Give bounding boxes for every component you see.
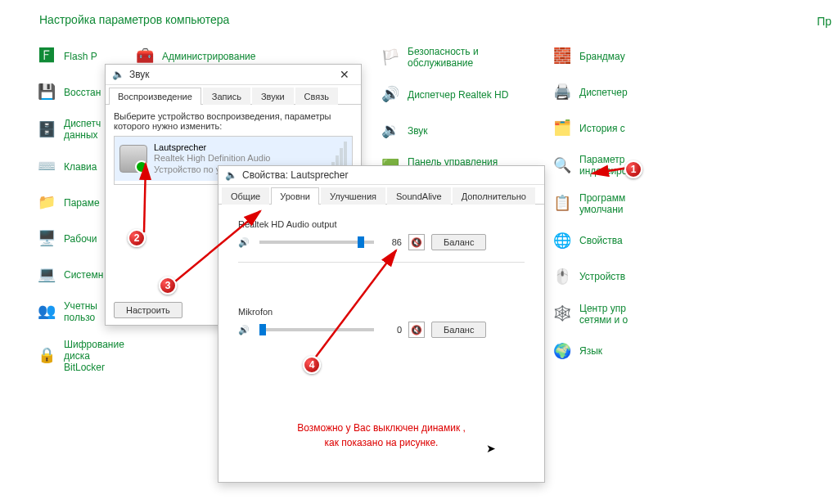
pointer-cursor-icon: ➤ xyxy=(486,442,496,455)
cp-item-network[interactable]: 🕸️Центр упр сетями и о xyxy=(552,298,674,331)
tab-sounds[interactable]: Звуки xyxy=(252,88,294,105)
speaker-icon: 🔊 xyxy=(380,84,401,106)
cp-label: Flash P xyxy=(64,51,97,62)
cp-item-default[interactable]: 📋Программ умолчани xyxy=(552,187,674,221)
browser-icon: 🌐 xyxy=(552,231,573,252)
system-icon: 💻 xyxy=(36,264,57,286)
cp-label: Системн xyxy=(64,269,103,281)
folder-icon: 📁 xyxy=(36,192,57,214)
cp-item-devices[interactable]: 🖱️Устройств xyxy=(552,262,674,293)
firewall-icon: 🧱 xyxy=(552,46,573,67)
properties-dialog: 🔈 Свойства: Lautsprecher Общие Уровни Ул… xyxy=(218,165,545,483)
cp-label: Параметр индексиро xyxy=(579,154,627,178)
cp-label: Центр упр сетями и о xyxy=(579,303,628,326)
tab-advanced[interactable]: Дополнительно xyxy=(453,187,535,205)
output-slider[interactable] xyxy=(259,241,374,244)
taskbar-icon: 🖥️ xyxy=(36,228,57,250)
cp-item-browser[interactable]: 🌐Свойства xyxy=(552,226,674,257)
storage-icon: 🗄️ xyxy=(36,119,57,140)
tab-enhancements[interactable]: Улучшения xyxy=(321,187,385,205)
output-mute-button[interactable]: 🔇 xyxy=(408,234,425,250)
cp-label: Клавиа xyxy=(64,161,97,173)
sound-dialog-title: Звук xyxy=(129,69,150,80)
mic-label: Mikrofon xyxy=(238,307,525,317)
cp-label: Шифрование диска BitLocker xyxy=(64,339,134,374)
configure-button[interactable]: Настроить xyxy=(114,302,182,318)
cp-item-devmgr[interactable]: 🖨️Диспетчер xyxy=(552,77,674,108)
cp-label: Брандмау xyxy=(579,51,625,62)
badge-2: 2 xyxy=(128,229,146,247)
device-icon xyxy=(119,145,147,173)
props-tabs: Общие Уровни Улучшения SoundAlive Дополн… xyxy=(219,187,544,205)
default-icon: 📋 xyxy=(552,193,573,214)
mic-balance-button[interactable]: Баланс xyxy=(431,322,486,338)
playback-hint: Выберите устройство воспроизведения, пар… xyxy=(114,111,353,131)
badge-1: 1 xyxy=(624,160,642,178)
cp-label: Свойства xyxy=(579,235,623,246)
cp-label: Восстан xyxy=(64,87,101,98)
cp-item-index[interactable]: 🔍Параметр индексиро xyxy=(552,149,674,182)
tab-communications[interactable]: Связь xyxy=(295,88,338,105)
slider-icon: 🔊 xyxy=(238,325,250,335)
sound-dialog-titlebar[interactable]: 🔈 Звук ✕ xyxy=(106,65,361,85)
sound-tabs: Воспроизведение Запись Звуки Связь xyxy=(106,87,361,105)
speaker-small-icon: 🔈 xyxy=(225,169,237,181)
flag-icon: 🏳️ xyxy=(380,47,401,68)
network-icon: 🕸️ xyxy=(552,304,573,325)
cp-label: Язык xyxy=(579,345,602,357)
cp-label: Учетны пользо xyxy=(64,300,97,324)
cp-col-4: 🧱Брандмау 🖨️Диспетчер 🗂️История с 🔍Парам… xyxy=(552,41,674,379)
devices-icon: 🖱️ xyxy=(552,267,573,288)
cp-label: Безопасность и обслуживание xyxy=(408,46,479,70)
mic-group: Mikrofon 🔊 0 🔇 Баланс xyxy=(238,307,525,349)
tab-playback[interactable]: Воспроизведение xyxy=(109,88,201,105)
device-name: Lautsprecher xyxy=(154,142,270,153)
device-detail: Realtek High Definition Audio xyxy=(154,153,270,164)
badge-3: 3 xyxy=(159,277,177,295)
mic-mute-button[interactable]: 🔇 xyxy=(408,322,425,338)
cp-item-bitlocker[interactable]: 🔒Шифрование диска BitLocker xyxy=(36,334,134,379)
cp-item-history[interactable]: 🗂️История с xyxy=(552,113,674,144)
cp-label: Звук xyxy=(408,125,428,137)
props-title: Свойства: Lautsprecher xyxy=(242,169,348,181)
tab-general[interactable]: Общие xyxy=(222,187,269,205)
sound-icon: 🔉 xyxy=(380,120,401,142)
history-icon: 🗂️ xyxy=(552,118,573,139)
mic-slider[interactable] xyxy=(259,328,374,331)
cp-item-language[interactable]: 🌍Язык xyxy=(552,335,674,367)
props-titlebar[interactable]: 🔈 Свойства: Lautsprecher xyxy=(219,166,544,185)
slider-icon: 🔊 xyxy=(238,237,250,248)
cp-item-realtek[interactable]: 🔊Диспетчер Realtek HD xyxy=(380,79,552,110)
index-icon: 🔍 xyxy=(552,155,573,176)
cp-item-sound[interactable]: 🔉Звук xyxy=(380,115,552,146)
tab-soundalive[interactable]: SoundAlive xyxy=(387,187,451,205)
tab-recording[interactable]: Запись xyxy=(203,88,250,105)
cp-label: Рабочи xyxy=(64,233,97,245)
badge-4: 4 xyxy=(303,356,321,374)
tab-levels[interactable]: Уровни xyxy=(271,187,319,205)
keyboard-icon: ⌨️ xyxy=(36,156,57,178)
cp-label: Диспетчер Realtek HD xyxy=(408,89,508,101)
cp-item-firewall[interactable]: 🧱Брандмау xyxy=(552,41,674,72)
flash-icon: 🅵 xyxy=(36,46,57,67)
cp-label: Администрирование xyxy=(162,51,255,62)
output-group: Realtek HD Audio output 🔊 86 🔇 Баланс xyxy=(238,219,525,263)
output-label: Realtek HD Audio output xyxy=(238,219,525,229)
cp-label: Параме xyxy=(64,197,100,209)
output-balance-button[interactable]: Баланс xyxy=(431,234,486,250)
output-value: 86 xyxy=(381,237,402,247)
mic-value: 0 xyxy=(381,325,402,335)
cp-item-security[interactable]: 🏳️Безопасность и обслуживание xyxy=(380,41,552,74)
bitlocker-icon: 🔒 xyxy=(36,345,57,367)
top-right-text: Пр xyxy=(817,15,831,28)
audio-icon: 🔈 xyxy=(112,69,124,80)
cp-label: Устройств xyxy=(579,271,625,282)
users-icon: 👥 xyxy=(36,301,57,322)
close-button[interactable]: ✕ xyxy=(335,68,354,81)
cp-label: Диспетч данных xyxy=(64,118,101,142)
cp-label: Диспетчер xyxy=(579,87,628,98)
language-icon: 🌍 xyxy=(552,340,573,362)
cp-label: История с xyxy=(579,123,625,134)
cp-label: Программ умолчани xyxy=(579,192,625,216)
recovery-icon: 💾 xyxy=(36,82,57,103)
